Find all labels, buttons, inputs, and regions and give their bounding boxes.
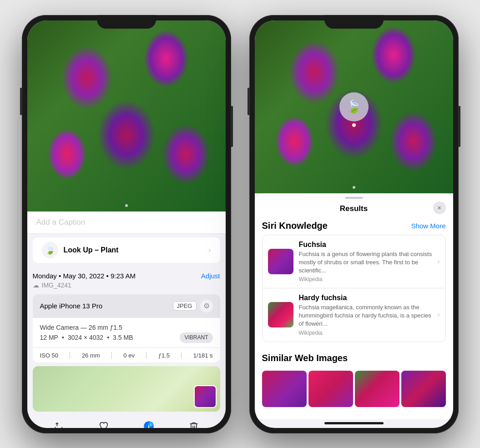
toolbar-left: i i [27,412,226,428]
hardy-content: Hardy fuchsia Fuchsia magellanica, commo… [299,294,434,336]
date-row: Monday • May 30, 2022 • 9:23 AM Adjust [33,267,220,282]
caption-area[interactable]: Add a Caption [27,211,226,234]
divider2 [111,352,112,359]
results-title: Results [340,204,368,213]
date-text: Monday • May 30, 2022 • 9:23 AM [33,272,136,280]
map-photo-thumb [194,385,217,408]
flower-image-left [27,20,226,211]
similar-img-2[interactable] [308,371,353,407]
trash-button[interactable] [185,417,203,428]
dot-sep1: • [62,332,64,342]
visual-lookup-icon[interactable]: 🍃 [339,92,369,121]
lookup-bold: Look Up – [64,246,99,254]
filesize: 3.5 MB [113,332,133,342]
fuchsia-chevron: › [437,257,440,266]
fuchsia-thumbnail [268,249,293,274]
show-more-button[interactable]: Show More [411,222,446,230]
iso: ISO 50 [40,352,58,359]
photo-area-right[interactable]: 🍃 [255,20,453,193]
fuchsia-name: Fuchsia [299,241,434,249]
knowledge-item-hardy[interactable]: Hardy fuchsia Fuchsia magellanica, commo… [263,288,445,342]
fuchsia-desc: Fuchsia is a genus of flowering plants t… [299,250,434,275]
knowledge-item-fuchsia[interactable]: Fuchsia Fuchsia is a genus of flowering … [263,235,445,288]
divider1 [70,352,70,359]
ev: 0 ev [123,352,135,359]
filename-row: ☁ IMG_4241 [33,282,220,294]
results-sheet: Results × Siri Knowledge Show More [255,193,453,419]
like-button[interactable] [95,417,113,428]
close-icon: × [437,204,441,211]
filename: IMG_4241 [42,282,71,289]
similar-img-4[interactable] [401,371,446,407]
specs-row: 12 MP • 3024 × 4032 • 3.5 MB VIBRANT [40,332,213,343]
svg-text:i: i [150,423,151,427]
similar-title: Similar Web Images [262,353,348,363]
focal-length: 26 mm [82,352,100,359]
siri-knowledge-title: Siri Knowledge [262,221,328,231]
fuchsia-content: Fuchsia Fuchsia is a genus of flowering … [299,241,434,283]
phones-container: Add a Caption 🍃 Look Up – Plant › Monday… [22,15,459,433]
device-badges: JPEG ⚙ [173,300,213,312]
right-phone-screen: 🍃 Results × Siri Knowledge Show M [255,20,453,428]
left-phone: Add a Caption 🍃 Look Up – Plant › Monday… [22,15,231,433]
hardy-name: Hardy fuchsia [299,294,434,302]
left-phone-screen: Add a Caption 🍃 Look Up – Plant › Monday… [27,20,226,428]
siri-knowledge-section: Siri Knowledge Show More Fuchsia Fuchsia… [255,217,453,346]
shutter: 1/181 s [193,352,213,359]
similar-section: Similar Web Images [255,346,453,411]
hardy-thumbnail [268,302,293,327]
home-indicator-right [324,422,384,424]
caption-placeholder[interactable]: Add a Caption [36,218,86,227]
similar-header: Similar Web Images [262,349,446,367]
photo-area-left[interactable] [27,20,226,211]
similar-img-3[interactable] [355,371,399,407]
divider4 [181,352,182,359]
knowledge-card: Fuchsia Fuchsia is a genus of flowering … [262,235,446,342]
page-indicator-right [353,186,355,189]
style-badge: VIBRANT [180,332,212,343]
close-button[interactable]: × [433,201,446,214]
format-badge: JPEG [173,301,197,311]
info-button[interactable]: i i [140,417,158,428]
hardy-chevron: › [437,311,440,319]
right-phone-notch [324,15,384,29]
dot-sep2: • [107,332,109,342]
hardy-thumb-bg [268,302,293,327]
lookup-chevron: › [208,246,211,254]
lookup-subject: Plant [101,246,118,254]
resolution: 3024 × 4032 [68,332,103,342]
hardy-source: Wikipedia [299,330,434,336]
hardy-desc: Fuchsia magellanica, commonly known as t… [299,303,434,328]
device-header: Apple iPhone 13 Pro JPEG ⚙ [33,294,220,318]
device-card: Apple iPhone 13 Pro JPEG ⚙ Wide Camera —… [33,294,220,363]
share-button[interactable] [50,417,68,428]
device-name: Apple iPhone 13 Pro [40,302,103,310]
aperture: ƒ1.5 [158,352,170,359]
megapixels: 12 MP [40,332,58,342]
page-indicator [125,204,128,207]
gear-icon[interactable]: ⚙ [200,300,213,312]
similar-images-grid [262,371,446,407]
fuchsia-source: Wikipedia [299,276,434,282]
map-area[interactable] [33,366,220,412]
exif-row: ISO 50 26 mm 0 ev ƒ1.5 1/181 s [33,347,220,362]
info-section: Monday • May 30, 2022 • 9:23 AM Adjust ☁… [27,267,226,412]
lookup-label: Look Up – Plant [64,246,119,254]
left-phone-notch [97,15,156,29]
cloud-icon: ☁ [33,282,39,289]
similar-img-1[interactable] [262,371,307,407]
results-header: Results × [255,199,453,217]
leaf-icon: 🍃 [42,242,58,258]
camera-type: Wide Camera — 26 mm ƒ1.5 [40,322,213,332]
siri-knowledge-header: Siri Knowledge Show More [262,217,446,235]
camera-specs: Wide Camera — 26 mm ƒ1.5 12 MP • 3024 × … [33,318,220,348]
divider3 [146,352,147,359]
lookup-indicator-dot [352,123,356,127]
adjust-button[interactable]: Adjust [201,272,220,280]
lookup-row[interactable]: 🍃 Look Up – Plant › [33,237,220,263]
right-phone: 🍃 Results × Siri Knowledge Show M [249,15,459,433]
fuchsia-thumb-bg [268,249,293,274]
